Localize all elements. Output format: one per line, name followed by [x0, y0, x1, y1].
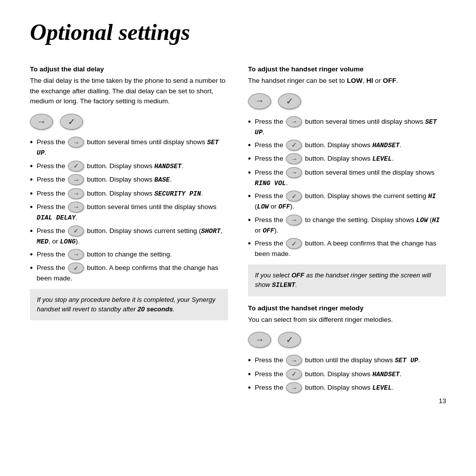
left-section1-body: The dial delay is the time taken by the …	[30, 76, 228, 107]
list-item: Press the → button several times until d…	[30, 137, 228, 158]
list-item: Press the ✓ button. Display shows HANDSE…	[248, 140, 446, 151]
inline-check-btn[interactable]: ✓	[68, 161, 84, 172]
list-item: Press the ✓ button. Display shows HANDSE…	[248, 369, 446, 380]
list-item: Press the ✓ button. Display shows HANDSE…	[30, 161, 228, 172]
left-bullet-list: Press the → button several times until d…	[30, 137, 228, 283]
right-section2-heading: To adjust the handset ringer melody	[248, 304, 446, 312]
list-item: Press the → button to change the setting…	[30, 249, 228, 260]
list-item: Press the → button several times until t…	[30, 202, 228, 223]
inline-arrow-btn[interactable]: →	[286, 355, 302, 366]
inline-arrow-btn[interactable]: →	[286, 153, 302, 164]
list-item: Press the ✓ button. A beep confirms that…	[30, 262, 228, 283]
list-item: Press the → button several times until t…	[248, 167, 446, 189]
check-button-left[interactable]: ✓	[60, 114, 83, 130]
right-section1-heading: To adjust the handset ringer volume	[248, 65, 446, 73]
check-button-right-mel[interactable]: ✓	[278, 332, 301, 348]
bold-hi: HI	[366, 77, 373, 84]
two-column-layout: To adjust the dial delay The dial delay …	[30, 65, 446, 399]
arrow-button-left[interactable]: →	[30, 114, 53, 130]
list-item: Press the → button. Display shows BASE.	[30, 174, 228, 185]
arrow-button-right-mel[interactable]: →	[248, 332, 271, 348]
bold-off: OFF	[383, 77, 396, 84]
right-section1-body: The handset ringer can be set to LOW, HI…	[248, 76, 446, 86]
inline-check-btn[interactable]: ✓	[68, 262, 84, 273]
inline-arrow-btn[interactable]: →	[286, 215, 302, 226]
page-number: 13	[439, 397, 446, 405]
right-button-row-vol: → ✓	[248, 93, 446, 109]
list-item: Press the → to change the setting. Displ…	[248, 215, 446, 236]
check-button-right-vol[interactable]: ✓	[278, 93, 301, 109]
right-bullet-list-mel: Press the → button until the display sho…	[248, 355, 446, 393]
list-item: Press the → button. Display shows LEVEL.	[248, 153, 446, 164]
list-item: Press the ✓ button. Display shows the cu…	[248, 191, 446, 212]
right-bullet-list-vol: Press the → button several times until d…	[248, 116, 446, 259]
right-section2: To adjust the handset ringer melody You …	[248, 304, 446, 325]
bold-low: LOW	[347, 77, 363, 84]
list-item: Press the → button. Display shows LEVEL.	[248, 382, 446, 393]
right-column: To adjust the handset ringer volume The …	[248, 65, 446, 399]
page: Optional settings To adjust the dial del…	[0, 0, 476, 419]
left-note-box: If you stop any procedure before it is c…	[30, 289, 228, 320]
inline-arrow-btn[interactable]: →	[286, 382, 302, 393]
page-title: Optional settings	[30, 20, 446, 45]
arrow-button-right-vol[interactable]: →	[248, 93, 271, 109]
right-note-box-vol: If you select OFF as the handset ringer …	[248, 264, 446, 296]
left-column: To adjust the dial delay The dial delay …	[30, 65, 228, 399]
list-item: Press the → button. Display shows SECURI…	[30, 188, 228, 199]
inline-arrow-btn[interactable]: →	[68, 249, 84, 260]
inline-arrow-btn[interactable]: →	[68, 188, 84, 199]
list-item: Press the ✓ button. Display shows curren…	[30, 226, 228, 247]
right-button-row-mel: → ✓	[248, 332, 446, 348]
inline-arrow-btn[interactable]: →	[68, 137, 84, 148]
list-item: Press the → button until the display sho…	[248, 355, 446, 366]
inline-arrow-btn[interactable]: →	[286, 116, 302, 127]
inline-check-btn[interactable]: ✓	[286, 191, 302, 202]
inline-check-btn[interactable]: ✓	[286, 369, 302, 380]
left-section1-heading: To adjust the dial delay	[30, 65, 228, 73]
note-vol-text: If you select OFF as the handset ringer …	[255, 271, 431, 289]
inline-check-btn[interactable]: ✓	[286, 140, 302, 151]
inline-check-btn[interactable]: ✓	[286, 238, 302, 249]
inline-arrow-btn[interactable]: →	[68, 174, 84, 185]
left-button-row: → ✓	[30, 114, 228, 130]
right-section2-body: You can select from six different ringer…	[248, 315, 446, 325]
list-item: Press the → button several times until d…	[248, 116, 446, 138]
inline-arrow-btn[interactable]: →	[286, 167, 302, 178]
inline-check-btn[interactable]: ✓	[68, 226, 84, 237]
inline-arrow-btn[interactable]: →	[68, 202, 84, 213]
note-text: If you stop any procedure before it is c…	[37, 296, 216, 313]
list-item: Press the ✓ button. A beep confirms that…	[248, 238, 446, 259]
